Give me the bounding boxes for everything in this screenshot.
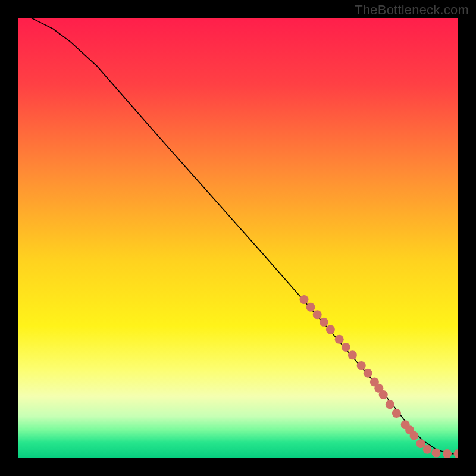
- data-marker: [379, 390, 388, 399]
- plot-area: [18, 18, 458, 458]
- data-marker: [320, 318, 328, 327]
- data-marker: [313, 310, 322, 319]
- gradient-background: [18, 18, 458, 458]
- data-marker: [326, 325, 335, 334]
- data-marker: [410, 431, 419, 440]
- data-marker: [335, 335, 344, 344]
- data-marker: [443, 449, 452, 458]
- data-marker: [300, 295, 309, 304]
- data-marker: [364, 369, 372, 378]
- chart-svg: [18, 18, 458, 458]
- data-marker: [423, 445, 432, 454]
- data-marker: [348, 350, 357, 359]
- data-marker: [342, 343, 350, 352]
- data-marker: [306, 303, 315, 312]
- watermark-text: TheBottleneck.com: [355, 2, 469, 18]
- chart-frame: TheBottleneck.com: [0, 0, 476, 476]
- data-marker: [357, 361, 366, 370]
- data-marker: [432, 449, 441, 458]
- data-marker: [386, 400, 394, 409]
- data-marker: [392, 409, 401, 418]
